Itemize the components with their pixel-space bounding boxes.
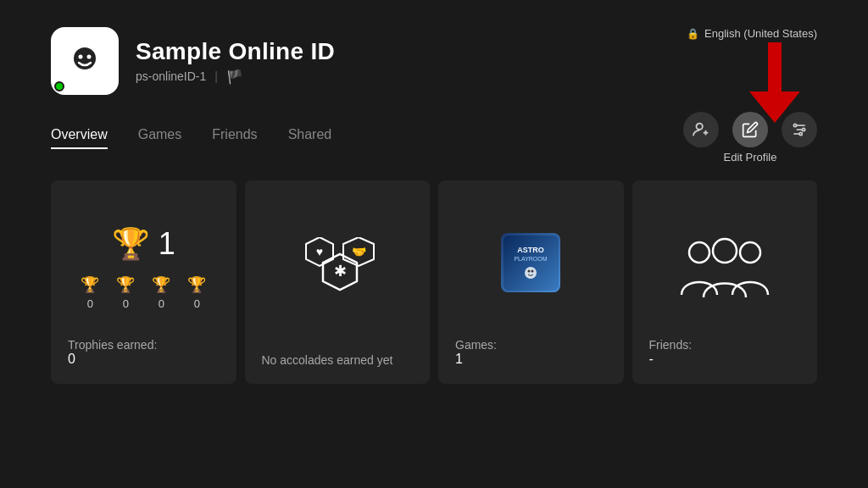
edit-profile-button[interactable]: [732, 112, 768, 147]
games-value: 1: [455, 352, 607, 367]
accolades-icon: ♥ ✱ 🤝: [291, 237, 384, 313]
trophies-value: 0: [68, 352, 220, 367]
language-label: English (United States): [704, 27, 817, 40]
trophies-label: Trophies earned:: [68, 338, 220, 352]
edit-profile-label: Edit Profile: [724, 151, 777, 164]
friends-card-content: [649, 197, 801, 338]
tab-shared[interactable]: Shared: [288, 127, 332, 149]
svg-rect-20: [504, 236, 559, 291]
tab-games[interactable]: Games: [138, 127, 182, 149]
settings-button[interactable]: [782, 112, 817, 147]
tab-friends[interactable]: Friends: [212, 127, 257, 149]
trophies-card-content: 🏆 1 🏆 0 🏆 0 🏆 0 🏆 0: [68, 197, 220, 338]
friends-card: Friends: -: [632, 180, 818, 384]
svg-point-12: [802, 128, 804, 130]
tab-overview[interactable]: Overview: [51, 127, 108, 149]
nav-right-wrapper: Edit Profile: [683, 112, 817, 164]
tabs-left: Overview Games Friends Shared: [51, 127, 331, 149]
svg-point-26: [689, 242, 709, 263]
trophies-card: 🏆 1 🏆 0 🏆 0 🏆 0 🏆 0: [51, 180, 236, 384]
accolades-card-content: ♥ ✱ 🤝: [262, 197, 414, 353]
avatar-container: [51, 27, 119, 95]
trophy-gold-icon: 🏆: [112, 226, 150, 262]
action-buttons: [683, 112, 817, 147]
online-status-dot: [54, 81, 64, 92]
games-card-content: ASTRO PLAYROOM: [455, 197, 607, 338]
profile-sub: ps-onlineID-1 | 🏴: [136, 69, 335, 85]
trophies-card-footer: Trophies earned: 0: [68, 338, 220, 367]
profile-header: Sample Online ID ps-onlineID-1 | 🏴 🔒 Eng…: [0, 0, 868, 95]
divider: |: [214, 69, 218, 83]
game-thumbnail: ASTRO PLAYROOM: [501, 233, 560, 292]
svg-text:✱: ✱: [333, 263, 346, 280]
profile-name: Sample Online ID: [136, 38, 335, 65]
games-card-footer: Games: 1: [455, 338, 607, 367]
bronze-count: 0: [159, 297, 164, 310]
svg-point-13: [799, 132, 802, 135]
hidden-trophy-icon: 🏆: [187, 275, 206, 294]
svg-text:PLAYROOM: PLAYROOM: [514, 256, 547, 262]
svg-point-27: [740, 242, 760, 263]
games-card: ASTRO PLAYROOM Games: 1: [438, 180, 624, 384]
svg-text:🤝: 🤝: [351, 245, 366, 259]
svg-point-28: [713, 239, 737, 263]
svg-text:♥: ♥: [316, 245, 323, 258]
lock-icon: 🔒: [687, 28, 699, 40]
trophy-item-bronze: 🏆 0: [152, 275, 170, 310]
cards-container: 🏆 1 🏆 0 🏆 0 🏆 0 🏆 0: [0, 164, 868, 384]
friends-card-footer: Friends: -: [649, 338, 801, 367]
top-right-actions: 🔒 English (United States): [687, 27, 817, 40]
trophy-item-silver: 🏆 0: [81, 275, 99, 310]
svg-point-1: [79, 55, 83, 59]
gold-count: 0: [123, 297, 129, 310]
silver-count: 0: [87, 297, 93, 310]
friends-label: Friends:: [649, 338, 801, 352]
trophy-main: 🏆 1: [112, 226, 175, 262]
language-row: 🔒 English (United States): [687, 27, 817, 40]
accolades-label: No accolades earned yet: [262, 353, 414, 367]
trophy-main-count: 1: [159, 226, 175, 262]
bronze-trophy-icon: 🏆: [152, 275, 170, 294]
svg-point-25: [531, 269, 533, 272]
silver-trophy-icon: 🏆: [81, 275, 99, 294]
add-friend-button[interactable]: [683, 112, 719, 147]
svg-point-11: [793, 124, 796, 126]
friends-icon: [678, 234, 771, 302]
hidden-count: 0: [194, 297, 200, 310]
games-label: Games:: [455, 338, 607, 352]
trophy-item-gold: 🏆 0: [116, 275, 135, 310]
svg-point-23: [525, 267, 537, 279]
gold-trophy-icon: 🏆: [116, 275, 135, 294]
svg-point-24: [527, 269, 530, 272]
profile-info: Sample Online ID ps-onlineID-1 | 🏴: [136, 38, 335, 85]
svg-text:ASTRO: ASTRO: [517, 246, 544, 254]
accolades-card-footer: No accolades earned yet: [262, 353, 414, 367]
accolades-card: ♥ ✱ 🤝 No accolades earned yet: [245, 180, 431, 384]
ps-flag-icon: 🏴: [226, 69, 243, 85]
trophy-sub-row: 🏆 0 🏆 0 🏆 0 🏆 0: [81, 275, 206, 310]
trophy-item-hidden: 🏆 0: [187, 275, 206, 310]
svg-point-5: [697, 124, 703, 130]
svg-point-2: [87, 55, 92, 59]
friends-value: -: [649, 352, 801, 367]
nav-tabs: Overview Games Friends Shared: [0, 95, 868, 164]
profile-online-id: ps-onlineID-1: [136, 69, 206, 83]
